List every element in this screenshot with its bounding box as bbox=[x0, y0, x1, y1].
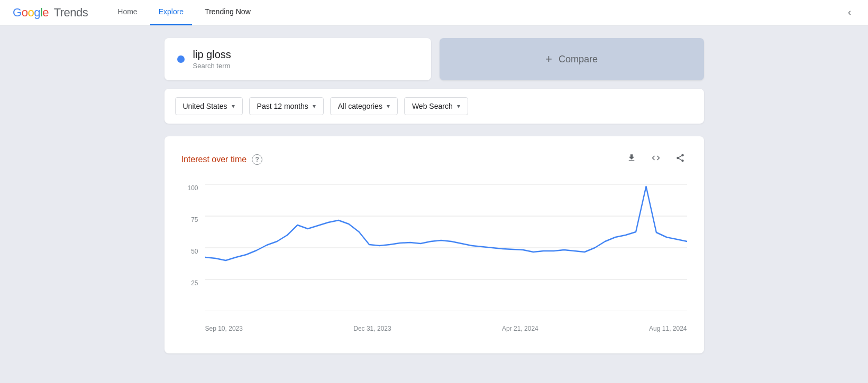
x-label-aug: Aug 11, 2024 bbox=[649, 325, 687, 332]
filter-time-chevron: ▾ bbox=[313, 102, 316, 110]
download-button[interactable] bbox=[625, 151, 638, 167]
main-content: lip gloss Search term + Compare United S… bbox=[0, 25, 868, 366]
chart-title: Interest over time bbox=[181, 155, 247, 164]
filter-category[interactable]: All categories ▾ bbox=[330, 97, 398, 115]
chart-card: Interest over time ? bbox=[165, 136, 704, 353]
search-compare-row: lip gloss Search term + Compare bbox=[165, 38, 704, 80]
y-label-75: 75 bbox=[181, 216, 203, 223]
compare-card[interactable]: + Compare bbox=[440, 38, 704, 80]
x-label-dec: Dec 31, 2023 bbox=[353, 325, 391, 332]
y-label-25: 25 bbox=[181, 279, 203, 287]
logo-trends-text: Trends bbox=[54, 6, 88, 19]
nav-explore[interactable]: Explore bbox=[150, 0, 192, 25]
chart-actions bbox=[625, 151, 687, 167]
search-info: lip gloss Search term bbox=[193, 49, 231, 70]
search-type-text: Search term bbox=[193, 62, 231, 70]
filter-region-chevron: ▾ bbox=[232, 102, 235, 110]
filter-time[interactable]: Past 12 months ▾ bbox=[249, 97, 324, 115]
embed-button[interactable] bbox=[649, 151, 663, 167]
chart-header: Interest over time ? bbox=[181, 151, 687, 167]
filter-type-chevron: ▾ bbox=[457, 102, 460, 110]
search-card: lip gloss Search term bbox=[165, 38, 431, 80]
chart-title-area: Interest over time ? bbox=[181, 154, 263, 165]
nav-home[interactable]: Home bbox=[109, 0, 145, 25]
search-term-dot bbox=[177, 55, 185, 63]
filter-type[interactable]: Web Search ▾ bbox=[404, 97, 468, 115]
x-label-sep: Sep 10, 2023 bbox=[205, 325, 243, 332]
share-button[interactable] bbox=[673, 151, 687, 167]
header-right: ‹ bbox=[844, 5, 855, 20]
filter-category-label: All categories bbox=[338, 102, 382, 110]
chart-area: 100 75 50 25 bbox=[181, 184, 687, 332]
logo: Google Trends bbox=[13, 6, 88, 20]
filter-category-chevron: ▾ bbox=[387, 102, 390, 110]
filter-region[interactable]: United States ▾ bbox=[175, 97, 243, 115]
compare-plus-icon: + bbox=[545, 52, 552, 66]
logo-text: Google Trends bbox=[13, 6, 88, 20]
y-label-50: 50 bbox=[181, 248, 203, 255]
filter-region-label: United States bbox=[183, 102, 227, 110]
filters-row: United States ▾ Past 12 months ▾ All cat… bbox=[165, 89, 704, 124]
header: Google Trends Home Explore Trending Now … bbox=[0, 0, 868, 25]
chart-inner bbox=[205, 184, 687, 311]
nav-trending-now[interactable]: Trending Now bbox=[196, 0, 259, 25]
x-label-apr: Apr 21, 2024 bbox=[502, 325, 538, 332]
search-term-text: lip gloss bbox=[193, 49, 231, 61]
main-nav: Home Explore Trending Now bbox=[109, 0, 259, 25]
chart-y-labels: 100 75 50 25 bbox=[181, 184, 203, 311]
y-label-100: 100 bbox=[181, 184, 203, 192]
chart-x-labels: Sep 10, 2023 Dec 31, 2023 Apr 21, 2024 A… bbox=[205, 316, 687, 332]
filter-time-label: Past 12 months bbox=[257, 102, 308, 110]
filter-type-label: Web Search bbox=[412, 102, 453, 110]
info-icon[interactable]: ? bbox=[252, 154, 262, 165]
compare-label: Compare bbox=[559, 54, 598, 65]
collapse-button[interactable]: ‹ bbox=[844, 5, 855, 20]
chart-svg bbox=[205, 184, 687, 311]
